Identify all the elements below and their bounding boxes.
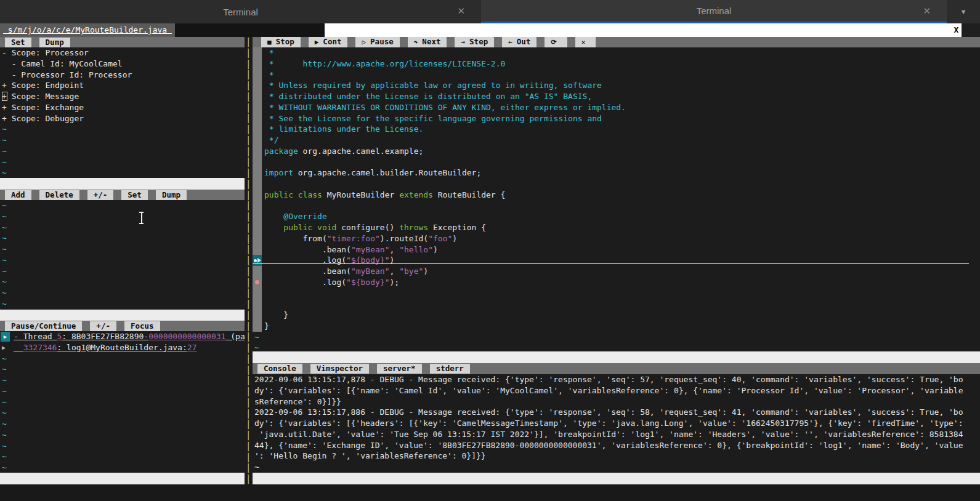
log-statusline: _vimspector_log_Vimspector 123,1 Bot xyxy=(253,473,980,484)
winbar-button-stop[interactable]: ■Stop xyxy=(261,37,301,47)
sign-column xyxy=(253,124,262,135)
winbar-button-pause-continue[interactable]: Pause/Continue xyxy=(5,321,82,331)
code-line[interactable]: public void configure() throws Exception… xyxy=(253,222,980,233)
terminal-tab-2-close-icon[interactable]: ✕ xyxy=(923,6,931,16)
terminal-tab-1[interactable]: Terminal ✕ xyxy=(0,0,481,23)
variables-row[interactable]: - Processor Id: Processor xyxy=(0,70,245,81)
code-line[interactable]: .bean("myBean", "hello") xyxy=(253,244,980,255)
tabline-close-button[interactable]: X xyxy=(951,23,962,37)
code-line[interactable] xyxy=(253,201,980,212)
winbar-button-dump[interactable]: Dump xyxy=(156,190,187,200)
code-line[interactable]: * See the License for the specific langu… xyxy=(253,113,980,124)
variables-row[interactable]: + Scope: Exchange xyxy=(0,102,245,113)
variables-row[interactable]: - Scope: Processor xyxy=(0,47,245,58)
code-line[interactable] xyxy=(253,299,980,310)
code-line[interactable]: * limitations under the License. xyxy=(253,124,980,135)
sign-column xyxy=(253,321,262,332)
code-line[interactable]: package org.apache.camel.example; xyxy=(253,146,980,157)
code-line[interactable]: * WITHOUT WARRANTIES OR CONDITIONS OF AN… xyxy=(253,102,980,113)
winbar-button-focus[interactable]: Focus xyxy=(124,321,160,331)
code-line[interactable] xyxy=(253,157,980,168)
winbar-button-set[interactable]: Set xyxy=(121,190,148,200)
variables-row[interactable]: - Camel Id: MyCoolCamel xyxy=(0,58,245,70)
terminal-tab-dropdown-button[interactable]: ▼ xyxy=(947,0,980,23)
terminal-tab-1-title: Terminal xyxy=(223,7,258,17)
code-line[interactable]: * xyxy=(253,70,980,81)
winbar-button-next[interactable]: ↷Next xyxy=(408,37,447,47)
code-line[interactable]: * distributed under the License is distr… xyxy=(253,91,980,102)
vim-commandline[interactable] xyxy=(0,484,980,501)
winbar-button-delete[interactable]: Delete xyxy=(39,190,79,200)
sign-column xyxy=(253,244,262,255)
terminal-tab-close-icon[interactable]: ✕ xyxy=(457,6,465,16)
code-line[interactable]: public class MyRouteBuilder extends Rout… xyxy=(253,190,980,201)
code-line-current[interactable]: .log("${body}") xyxy=(253,255,980,266)
empty-line-tilde: ~ xyxy=(0,441,245,452)
code-line[interactable]: from("timer:foo").routeId("foo") xyxy=(253,233,980,244)
breakpoint-sign[interactable] xyxy=(253,277,262,288)
winbar-button-stderr[interactable]: stderr xyxy=(430,364,470,374)
winbar-button-cont[interactable]: ▶Cont xyxy=(309,37,348,47)
winbar-button-icon[interactable]: ✕ xyxy=(575,37,596,47)
code-line[interactable]: */ xyxy=(253,135,980,146)
sign-column xyxy=(253,70,262,81)
winbar-button-pause[interactable]: ▷Pause xyxy=(355,37,399,47)
code-line[interactable]: .bean("myBean", "bye") xyxy=(253,266,980,277)
log-line: dy': {'variables': [{'name': 'Camel Id',… xyxy=(253,385,980,396)
winbar-button-dump[interactable]: Dump xyxy=(39,38,70,47)
code-line[interactable]: import org.apache.camel.builder.RouteBui… xyxy=(253,167,980,178)
current-position-sign[interactable] xyxy=(253,255,262,266)
log-line: ': 'Hello Begin ? ', 'variablesReference… xyxy=(253,451,980,462)
code-line[interactable]: .log("${body}"); xyxy=(253,277,980,288)
winbar-button-server[interactable]: server* xyxy=(377,364,422,374)
sign-column xyxy=(253,211,262,222)
variables-statusline: vimspector.Variables [RO] 5,1 All xyxy=(0,178,245,190)
variables-row[interactable]: + Scope: Message xyxy=(0,91,245,102)
sign-column xyxy=(253,80,262,91)
winbar-button-step[interactable]: →Step xyxy=(455,37,494,47)
variables-row[interactable]: + Scope: Debugger xyxy=(0,113,245,124)
code-line[interactable]: * xyxy=(253,47,980,58)
code-line[interactable]: * Unless required by applicable law or a… xyxy=(253,80,980,91)
window-separator[interactable]: │ │ │ │ │ │ │ │ │ │ │ │ │ │ │ │ │ │ │ │ … xyxy=(245,37,253,484)
code-line[interactable]: * http://www.apache.org/licenses/LICENSE… xyxy=(253,58,980,70)
empty-line-tilde: ~ xyxy=(0,299,245,310)
empty-line-tilde: ~ xyxy=(253,332,980,343)
frame-marker-icon: ▶ xyxy=(0,342,6,353)
sign-column xyxy=(253,157,262,168)
winbar-button-set[interactable]: Set xyxy=(5,38,31,47)
stop-icon: ■ xyxy=(267,38,272,46)
winbar-button-add[interactable]: Add xyxy=(5,190,31,200)
winbar-button-out[interactable]: ←Out xyxy=(502,37,537,47)
empty-line-tilde: ~ xyxy=(253,462,980,473)
vim-vimspector-screen: Terminal ✕ Terminal ✕ ▼ s/m/j/o/a/c/e/My… xyxy=(0,0,980,501)
stack-frame-row[interactable]: ▶ 3327346: log1@MyRouteBuilder.java:27 xyxy=(0,342,245,353)
sign-column xyxy=(253,135,262,146)
winbar-button-icon[interactable]: +/- xyxy=(90,321,116,331)
empty-line-tilde: ~ xyxy=(0,276,245,287)
winbar-button-console[interactable]: Console xyxy=(257,364,302,374)
sign-column xyxy=(253,266,262,277)
sign-column xyxy=(253,233,262,244)
empty-line-tilde: ~ xyxy=(0,200,245,211)
stacktrace-winbar: Pause/Continue+/-Focus xyxy=(0,321,245,331)
empty-line-tilde: ~ xyxy=(0,233,245,244)
empty-line-tilde: ~ xyxy=(0,266,245,277)
winbar-button-icon[interactable]: +/- xyxy=(87,190,114,200)
code-line[interactable]: } xyxy=(253,310,980,321)
stack-frame-row[interactable]: ▶- Thread 5: 8B03FE27FB82890-00000000000… xyxy=(0,331,245,342)
code-line[interactable] xyxy=(253,178,980,190)
vim-tab-variables[interactable]: 5vimspector.Variables xyxy=(175,23,325,37)
terminal-tab-2[interactable]: Terminal ✕ xyxy=(481,0,947,23)
code-line[interactable] xyxy=(253,288,980,299)
code-line[interactable]: } xyxy=(253,321,980,332)
code-line[interactable]: @Override xyxy=(253,211,980,222)
vim-tab-file[interactable]: s/m/j/o/a/c/e/MyRouteBuilder.java xyxy=(0,23,175,37)
empty-line-tilde: ~ xyxy=(0,407,245,419)
winbar-button-icon[interactable]: ⟳ xyxy=(545,37,567,47)
sign-column xyxy=(253,190,262,201)
winbar-button-vimspector[interactable]: Vimspector xyxy=(310,364,369,374)
log-line: 2022-09-06 13:15:17,886 - DEBUG - Messag… xyxy=(253,407,980,418)
variables-window: - Scope: Processor - Camel Id: MyCoolCam… xyxy=(0,47,245,178)
variables-row[interactable]: + Scope: Endpoint xyxy=(0,80,245,91)
